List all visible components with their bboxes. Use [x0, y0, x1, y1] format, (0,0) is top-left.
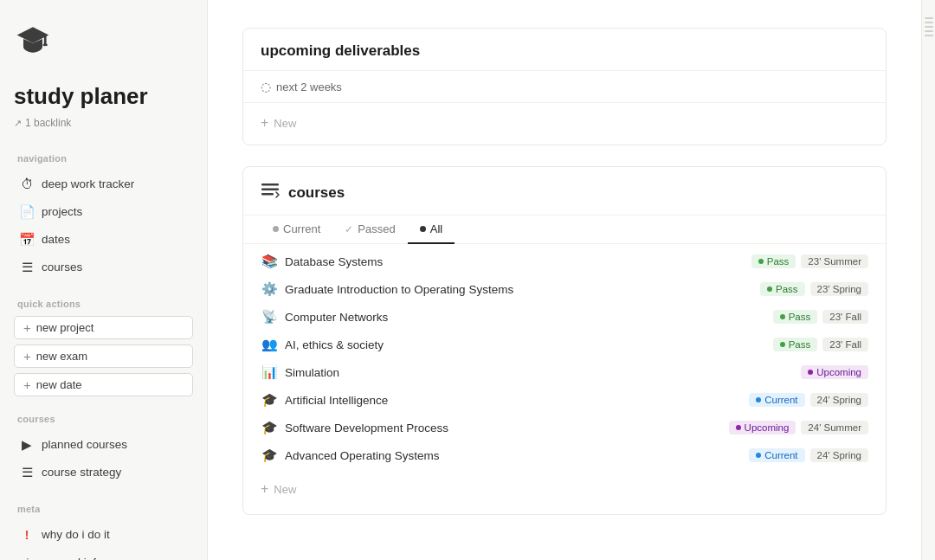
course-tags-5: Current 24' Spring	[749, 393, 868, 407]
sidebar-item-dates[interactable]: 📅 dates	[14, 226, 193, 254]
tab-passed[interactable]: ✓ Passed	[332, 216, 407, 244]
semester-tag-2: 23' Fall	[822, 310, 868, 324]
course-name-area-6: 🎓 Software Development Process	[261, 420, 729, 435]
new-project-label: new project	[36, 321, 94, 334]
course-name-5: Artificial Intelligence	[285, 394, 388, 407]
sidebar-item-course-strategy[interactable]: ☰ course strategy	[14, 459, 193, 486]
svg-rect-0	[44, 35, 47, 45]
course-row-database-systems[interactable]: 📚 Database Systems Pass 23' Summer	[243, 248, 886, 275]
logo-area	[14, 21, 193, 59]
course-icon-4: 📊	[261, 364, 278, 380]
course-row-computer-networks[interactable]: 📡 Computer Networks Pass 23' Fall	[243, 303, 886, 331]
backlink-text: 1 backlink	[25, 117, 71, 129]
course-name-6: Software Development Process	[285, 422, 448, 434]
file-icon: 📄	[19, 202, 35, 222]
calendar-icon: 📅	[19, 229, 35, 250]
course-strategy-label: course strategy	[42, 463, 121, 482]
upcoming-card-body: + New	[243, 103, 886, 145]
course-name-7: Advanced Operating Systems	[285, 449, 440, 462]
new-project-button[interactable]: + new project	[14, 316, 193, 339]
page-title-area: study planer	[14, 83, 193, 110]
info-icon: i	[19, 552, 35, 560]
sidebar-item-projects[interactable]: 📄 projects	[14, 198, 193, 226]
tab-current-label: Current	[283, 222, 320, 235]
status-label-2: Pass	[789, 312, 811, 322]
grid-icon: ☰	[19, 462, 35, 483]
course-name-area-3: 👥 AI, ethics & society	[261, 337, 773, 352]
courses-new-row[interactable]: + New	[261, 478, 868, 500]
status-dot-0	[758, 259, 764, 264]
status-label-3: Pass	[789, 339, 811, 350]
nav-section-courses: courses ▶ planned courses ☰ course strat…	[14, 414, 193, 486]
course-tags-6: Upcoming 24' Summer	[729, 421, 868, 434]
tab-all-dot	[420, 226, 426, 232]
svg-rect-3	[261, 189, 279, 191]
plus-icon-exam: +	[23, 350, 31, 363]
nav-section-meta: meta ! why do i do it i general info	[14, 504, 193, 560]
semester-tag-7: 24' Spring	[810, 448, 868, 462]
courses-nav-section-title: courses	[14, 414, 193, 424]
semester-tag-0: 23' Summer	[801, 254, 868, 268]
course-tags-7: Current 24' Spring	[749, 448, 868, 462]
edge-line-4	[925, 30, 933, 32]
status-label-0: Pass	[767, 256, 790, 267]
status-badge-5: Current	[749, 393, 804, 407]
sidebar-item-why[interactable]: ! why do i do it	[14, 521, 193, 549]
course-row-advanced-os[interactable]: 🎓 Advanced Operating Systems Current 24'…	[243, 441, 886, 469]
courses-card-header: courses	[243, 167, 886, 216]
timer-icon: ⏱	[19, 174, 35, 195]
course-row-grad-intro-os[interactable]: ⚙️ Graduate Introduction to Operating Sy…	[243, 275, 886, 303]
sidebar-item-planned-courses[interactable]: ▶ planned courses	[14, 431, 193, 459]
sidebar-item-courses[interactable]: ☰ courses	[14, 254, 193, 281]
tab-current[interactable]: Current	[261, 216, 332, 244]
upcoming-filter-label: next 2 weeks	[276, 80, 342, 93]
course-icon-1: ⚙️	[261, 281, 278, 297]
course-tags-0: Pass 23' Summer	[751, 254, 868, 268]
sidebar-item-general-info[interactable]: i general info	[14, 549, 193, 560]
course-name-3: AI, ethics & society	[285, 338, 384, 351]
course-list: 📚 Database Systems Pass 23' Summer ⚙️ Gr…	[243, 244, 886, 514]
course-icon-0: 📚	[261, 254, 278, 269]
status-badge-1: Pass	[760, 282, 805, 296]
course-name-2: Computer Networks	[285, 311, 388, 324]
course-name-area-5: 🎓 Artificial Intelligence	[261, 392, 749, 408]
status-dot-1	[767, 286, 772, 292]
general-info-label: general info	[42, 553, 103, 560]
course-name-4: Simulation	[285, 366, 339, 379]
course-icon-2: 📡	[261, 309, 278, 325]
course-row-ai-ethics[interactable]: 👥 AI, ethics & society Pass 23' Fall	[243, 331, 886, 358]
nav-label-courses: courses	[42, 258, 82, 277]
nav-section-navigation: navigation ⏱ deep work tracker 📄 project…	[14, 153, 193, 281]
upcoming-new-row[interactable]: + New	[261, 112, 868, 134]
course-row-software-dev-process[interactable]: 🎓 Software Development Process Upcoming …	[243, 414, 886, 441]
svg-rect-2	[261, 183, 279, 186]
plus-icon-courses: +	[261, 481, 268, 497]
graduation-cap-logo	[14, 21, 52, 59]
tab-all[interactable]: All	[408, 216, 455, 244]
nav-label-dates: dates	[42, 230, 70, 249]
backlink[interactable]: ↗ 1 backlink	[14, 117, 193, 129]
courses-card: courses Current ✓ Passed All 📚 Database …	[242, 166, 887, 515]
edge-line-3	[925, 26, 933, 28]
course-row-artificial-intelligence[interactable]: 🎓 Artificial Intelligence Current 24' Sp…	[243, 386, 886, 414]
new-exam-label: new exam	[36, 350, 87, 363]
backlink-icon: ↗	[14, 118, 22, 129]
edge-line-5	[925, 35, 933, 36]
meta-section-title: meta	[14, 504, 193, 514]
new-exam-button[interactable]: + new exam	[14, 344, 193, 368]
status-label-1: Pass	[776, 284, 798, 294]
planned-courses-label: planned courses	[42, 435, 127, 454]
new-date-button[interactable]: + new date	[14, 373, 193, 396]
status-badge-6: Upcoming	[729, 421, 796, 434]
status-dot-4	[808, 370, 813, 375]
nav-section-quick-actions: quick actions + new project + new exam +…	[14, 299, 193, 396]
sidebar-item-deep-work-tracker[interactable]: ⏱ deep work tracker	[14, 171, 193, 198]
svg-rect-4	[261, 193, 274, 196]
courses-new-row-container: + New	[243, 469, 886, 511]
edge-line-1	[925, 17, 933, 19]
course-row-simulation[interactable]: 📊 Simulation Upcoming	[243, 358, 886, 386]
why-label: why do i do it	[42, 525, 110, 544]
status-dot-5	[756, 397, 761, 402]
upcoming-deliverables-header: upcoming deliverables	[243, 29, 886, 71]
status-dot-2	[780, 314, 785, 319]
